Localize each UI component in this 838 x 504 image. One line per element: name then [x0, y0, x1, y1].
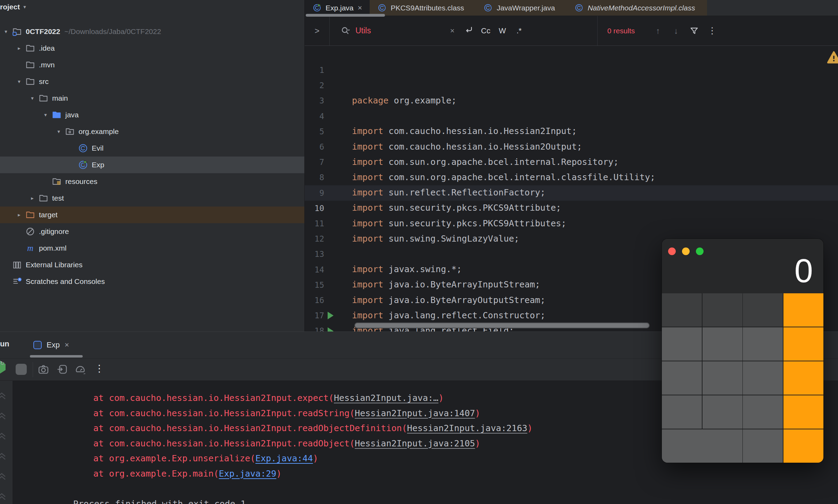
- tree-row[interactable]: ▾ m 0CTF2022: [0, 23, 304, 40]
- profiler-gauge-icon[interactable]: [74, 363, 86, 377]
- console-gutter-icon[interactable]: [0, 450, 8, 461]
- clear-search-icon[interactable]: ×: [444, 26, 461, 35]
- run-gutter-icon[interactable]: [328, 327, 334, 331]
- tree-row[interactable]: ▾ m main: [0, 90, 304, 107]
- tree-row[interactable]: m pom.xml: [0, 240, 304, 257]
- calculator-key[interactable]: [703, 361, 742, 395]
- tree-chevron-icon[interactable]: ▾: [26, 95, 38, 101]
- tree-row[interactable]: m Evil: [0, 140, 304, 157]
- calculator-titlebar[interactable]: 0: [662, 239, 823, 293]
- tree-row[interactable]: m Exp: [0, 157, 304, 173]
- console-gutter-icon[interactable]: [0, 490, 8, 502]
- divider: [597, 16, 598, 45]
- calculator-key[interactable]: [783, 395, 823, 429]
- tree-item-label: pom.xml: [39, 244, 66, 252]
- next-occurrence-icon[interactable]: ↓: [667, 26, 685, 36]
- tree-row[interactable]: m External Libraries: [0, 257, 304, 273]
- calculator-key[interactable]: [783, 429, 823, 463]
- search-input[interactable]: Utils: [355, 26, 444, 35]
- run-tab[interactable]: Exp ×: [27, 332, 75, 358]
- project-tool-window-header[interactable]: Project ▾: [0, 3, 26, 11]
- calculator-key[interactable]: [743, 327, 783, 361]
- editor-tab[interactable]: PKCS9Attributes.class: [370, 0, 476, 16]
- calculator-key[interactable]: [743, 361, 783, 395]
- tree-row[interactable]: ▾ m src: [0, 73, 304, 90]
- ide-window: Project ▾ ▾ m: [0, 0, 838, 504]
- inspection-warning-icon[interactable]: [827, 51, 838, 66]
- tree-chevron-icon[interactable]: ▾: [13, 78, 25, 85]
- divider: [33, 362, 33, 377]
- run-more-options-icon[interactable]: ⋮: [95, 363, 104, 374]
- tree-item-icon: m: [25, 60, 35, 70]
- zoom-traffic-light[interactable]: [696, 247, 704, 255]
- console-gutter-toolbar: [0, 381, 13, 504]
- calculator-key[interactable]: [743, 395, 783, 429]
- calculator-key[interactable]: [783, 327, 823, 361]
- calculator-key[interactable]: [662, 429, 742, 463]
- find-collapse-chevron[interactable]: >: [305, 16, 330, 45]
- calculator-key[interactable]: [783, 361, 823, 395]
- code-line: 6 import com.sun.org.apache.bcel.interna…: [305, 124, 838, 139]
- regex-toggle[interactable]: .*: [511, 26, 527, 35]
- console-gutter-icon[interactable]: [0, 389, 8, 401]
- tree-chevron-icon[interactable]: ▸: [13, 212, 25, 218]
- newline-icon[interactable]: [461, 25, 477, 37]
- tab-close-icon[interactable]: ×: [358, 4, 362, 12]
- more-options-icon[interactable]: ⋮: [703, 25, 721, 36]
- stop-icon[interactable]: [16, 364, 27, 375]
- tree-row[interactable]: ▾ m java: [0, 107, 304, 123]
- tree-chevron-icon[interactable]: ▸: [26, 195, 38, 201]
- search-icon[interactable]: [340, 26, 351, 36]
- calculator-key[interactable]: [703, 395, 742, 429]
- calculator-key[interactable]: [662, 327, 702, 361]
- tree-item-label: Scratches and Consoles: [26, 277, 105, 286]
- editor-tab[interactable]: Exp.java ×: [305, 0, 370, 16]
- tree-chevron-icon[interactable]: ▸: [13, 45, 25, 51]
- tree-row[interactable]: m resources: [0, 173, 304, 190]
- console-gutter-icon[interactable]: [0, 470, 8, 481]
- editor-tab[interactable]: NativeMethodAccessorImpl.class: [567, 0, 707, 16]
- close-traffic-light[interactable]: [668, 247, 676, 255]
- run-panel-title[interactable]: Run: [0, 339, 9, 348]
- tree-chevron-icon[interactable]: ▾: [40, 112, 51, 118]
- tree-item-icon: m: [65, 126, 75, 137]
- match-case-toggle[interactable]: Cc: [477, 26, 494, 35]
- calculator-key[interactable]: [783, 293, 823, 327]
- calculator-key[interactable]: [703, 327, 742, 361]
- run-gutter-icon[interactable]: [328, 312, 334, 319]
- run-tab-close-icon[interactable]: ×: [65, 341, 69, 350]
- horizontal-scrollbar[interactable]: [354, 322, 650, 328]
- calculator-window[interactable]: 0: [662, 239, 823, 463]
- words-toggle[interactable]: W: [494, 26, 511, 35]
- rerun-icon[interactable]: ↻: [0, 364, 6, 370]
- find-bar: > Utils × Cc W .* 0 results ↑ ↓ ⋮: [305, 16, 838, 46]
- tab-scrollbar-thumb[interactable]: [306, 14, 385, 17]
- tree-row[interactable]: ▸ m .idea: [0, 40, 304, 57]
- tree-row[interactable]: ▸ m target: [0, 207, 304, 223]
- tree-row[interactable]: m .gitignore: [0, 223, 304, 240]
- find-input-zone[interactable]: Utils × Cc W .*: [340, 25, 583, 37]
- thread-dump-camera-icon[interactable]: [38, 363, 49, 377]
- search-filter-icon[interactable]: [685, 26, 703, 36]
- tree-chevron-icon[interactable]: ▾: [53, 128, 65, 135]
- calculator-key[interactable]: [703, 293, 742, 327]
- previous-occurrence-icon[interactable]: ↑: [649, 26, 667, 36]
- calculator-key[interactable]: [662, 293, 702, 327]
- tree-row[interactable]: m .mvn: [0, 57, 304, 73]
- editor-tab-bar: Exp.java × PKCS9Attributes.class JavaWra…: [305, 0, 838, 16]
- tree-row[interactable]: ▾ m org.examp: [0, 123, 304, 140]
- calculator-key[interactable]: [743, 429, 783, 463]
- console-gutter-icon[interactable]: [0, 409, 8, 421]
- attach-debugger-icon[interactable]: [56, 363, 68, 377]
- tree-chevron-icon[interactable]: ▾: [0, 28, 12, 35]
- editor-tab-label: JavaWrapper.java: [497, 4, 555, 12]
- calculator-key[interactable]: [662, 361, 702, 395]
- calculator-key[interactable]: [662, 395, 702, 429]
- console-gutter-icon[interactable]: [0, 429, 8, 441]
- tree-row[interactable]: ▸ m test: [0, 190, 304, 207]
- run-tab-active-indicator: [30, 355, 83, 358]
- tree-row[interactable]: m Scratches and Consoles: [0, 273, 304, 290]
- editor-tab[interactable]: JavaWrapper.java: [476, 0, 567, 16]
- minimize-traffic-light[interactable]: [682, 247, 690, 255]
- calculator-key[interactable]: [743, 293, 783, 327]
